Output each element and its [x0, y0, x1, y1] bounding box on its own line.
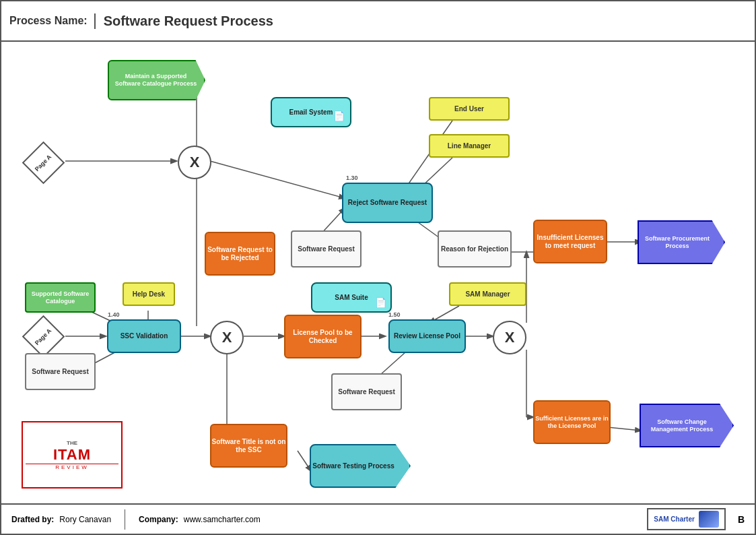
software-testing-shape: Software Testing Process: [310, 444, 411, 488]
software-change-mgmt-shape: Software Change Management Process: [640, 404, 734, 447]
page-a-bottom-container: Page A: [25, 318, 62, 355]
page-a-bottom-label: Page A: [34, 327, 53, 346]
svg-line-18: [607, 427, 641, 431]
reject-software-shape: Reject Software Request: [342, 183, 433, 223]
diagram: Maintain a Supported Software Catalogue …: [1, 43, 755, 502]
sw-request-bottom-label: Software Request: [32, 368, 88, 376]
main-container: Process Name: Software Request Process: [0, 0, 756, 535]
x-circle-bottom-right: X: [493, 321, 526, 354]
header: Process Name: Software Request Process: [1, 1, 755, 42]
end-user-label: End User: [454, 105, 484, 113]
sam-manager-label: SAM Manager: [465, 290, 510, 298]
sw-request-mid-shape: Software Request: [331, 373, 402, 410]
help-desk-shape: Help Desk: [123, 282, 175, 306]
software-procurement-label: Software Procurement Process: [639, 232, 724, 253]
x-circle-top: X: [178, 146, 211, 179]
sw-request-rejected-label: Software Request to be Rejected: [206, 246, 274, 262]
reject-software-label: Reject Software Request: [348, 199, 427, 207]
line-manager-label: Line Manager: [448, 142, 491, 150]
help-desk-label: Help Desk: [133, 290, 165, 298]
footer-drafted: Drafted by: Rory Canavan: [11, 515, 111, 524]
footer-divider-1: [125, 509, 125, 530]
page-a-top-label: Page A: [34, 153, 53, 172]
footer-company: Company: www.samcharter.com: [139, 515, 261, 524]
maintain-catalogue-label: Maintain a Supported Software Catalogue …: [109, 70, 204, 90]
company-label: Company:: [139, 515, 178, 524]
page-letter: B: [738, 514, 745, 525]
license-pool-label: License Pool to be Checked: [285, 329, 360, 345]
drafted-by-label: Drafted by:: [11, 515, 54, 524]
sw-request-mid-label: Software Request: [338, 388, 394, 396]
line-manager-shape: Line Manager: [429, 134, 510, 158]
header-title: Software Request Process: [94, 13, 273, 29]
ssc-validation-label: SSC Validation: [121, 332, 168, 340]
end-user-shape: End User: [429, 97, 510, 121]
supported-sw-catalogue-label: Supported Software Catalogue: [26, 290, 94, 305]
sw-request-top-label: Software Request: [298, 245, 354, 253]
review-license-pool-label: Review License Pool: [394, 332, 460, 340]
sam-charter-logo: SAM Charter: [647, 508, 726, 530]
step-140: 1.40: [108, 311, 120, 318]
step-130: 1.30: [346, 175, 358, 181]
software-testing-label: Software Testing Process: [312, 462, 408, 470]
software-procurement-shape: Software Procurement Process: [638, 220, 725, 264]
license-pool-shape: License Pool to be Checked: [284, 315, 362, 358]
reason-rejection-shape: Reason for Rejection: [438, 230, 512, 268]
footer: Drafted by: Rory Canavan Company: www.sa…: [1, 503, 755, 534]
itam-text: ITAM: [53, 446, 91, 464]
sw-request-rejected-shape: Software Request to be Rejected: [205, 232, 275, 276]
sufficient-licenses-label: Sufficient Licenses are in the License P…: [535, 415, 609, 430]
review-license-pool-shape: Review License Pool: [388, 319, 466, 353]
email-system-label: Email System: [289, 108, 333, 117]
reason-rejection-label: Reason for Rejection: [441, 245, 508, 253]
sam-suite-shape: SAM Suite 📄: [311, 282, 392, 313]
insufficient-licenses-label: Insufficient Licenses to meet request: [535, 234, 606, 250]
insufficient-licenses-shape: Insufficient Licenses to meet request: [533, 220, 607, 263]
svg-line-21: [298, 451, 311, 471]
page-a-top-container: Page A: [25, 144, 62, 181]
sam-manager-shape: SAM Manager: [449, 282, 526, 306]
sam-charter-text: SAM Charter: [654, 515, 695, 523]
sam-suite-label: SAM Suite: [335, 294, 368, 302]
sw-request-bottom-shape: Software Request: [25, 353, 96, 390]
step-150: 1.50: [388, 311, 401, 318]
maintain-catalogue-shape: Maintain a Supported Software Catalogue …: [108, 60, 205, 100]
sufficient-licenses-shape: Sufficient Licenses are in the License P…: [533, 400, 611, 444]
ssc-validation-shape: SSC Validation: [107, 319, 181, 353]
software-title-not-ssc-label: Software Title is not on the SSC: [211, 438, 286, 454]
review-text: REVIEW: [26, 464, 118, 470]
supported-sw-catalogue-shape: Supported Software Catalogue: [25, 282, 96, 313]
software-title-not-ssc-shape: Software Title is not on the SSC: [210, 424, 287, 468]
company-value: www.samcharter.com: [184, 515, 261, 524]
svg-line-2: [210, 161, 345, 198]
x-circle-bottom-left: X: [210, 321, 244, 354]
software-change-mgmt-label: Software Change Management Process: [641, 416, 732, 436]
header-label: Process Name:: [9, 15, 88, 27]
footer-logo: SAM Charter B: [647, 508, 745, 530]
email-system-shape: Email System 📄: [271, 97, 351, 127]
sw-request-top-shape: Software Request: [291, 230, 362, 268]
itam-logo-area: THE ITAM REVIEW: [22, 421, 123, 489]
drafted-by-value: Rory Canavan: [59, 515, 111, 524]
